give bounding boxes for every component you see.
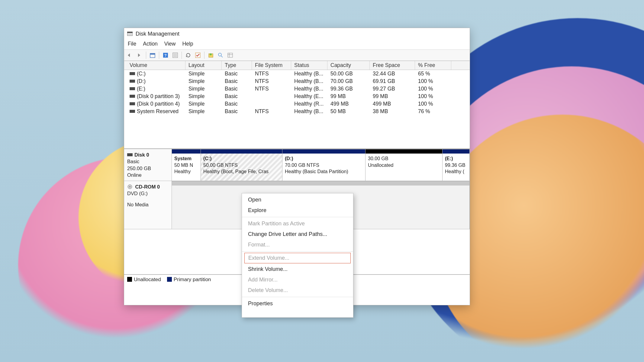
disk-0-info[interactable]: Disk 0 Basic 250.00 GB Online xyxy=(124,149,172,181)
svg-text:?: ? xyxy=(164,53,167,58)
menu-properties[interactable]: Properties xyxy=(242,298,353,309)
menu-shrink-volume[interactable]: Shrink Volume... xyxy=(242,264,353,275)
legend-primary: Primary partition xyxy=(174,277,211,282)
disk-0-row: Disk 0 Basic 250.00 GB Online System 50 … xyxy=(124,149,470,181)
disk-0-partitions: System 50 MB N Healthy (C:) 50.00 GB NTF… xyxy=(172,149,470,181)
partition-d[interactable]: (D:) 70.00 GB NTFS Healthy (Basic Data P… xyxy=(282,149,365,181)
col-percentfree[interactable]: % Free xyxy=(415,61,451,70)
menu-explore[interactable]: Explore xyxy=(242,205,353,216)
search-icon[interactable] xyxy=(217,52,224,59)
partition-e[interactable]: (E:) 99.36 GB Healthy ( xyxy=(443,149,470,181)
svg-line-11 xyxy=(221,56,223,57)
list-icon[interactable] xyxy=(227,52,233,59)
titlebar[interactable]: Disk Management xyxy=(124,28,470,40)
svg-rect-12 xyxy=(228,53,233,57)
col-layout[interactable]: Layout xyxy=(185,61,222,70)
calendar-icon[interactable] xyxy=(149,52,156,59)
cdrom-name: CD-ROM 0 xyxy=(135,184,160,189)
window-title: Disk Management xyxy=(136,31,179,37)
toolbar: ? xyxy=(124,49,470,61)
legend-unallocated: Unallocated xyxy=(134,277,161,282)
partition-unallocated[interactable]: 30.00 GB Unallocated xyxy=(365,149,443,181)
disk-0-state: Online xyxy=(127,172,169,178)
svg-point-10 xyxy=(218,53,221,56)
cdrom-state: No Media xyxy=(127,201,169,208)
volume-row[interactable]: (Disk 0 partition 4)SimpleBasicHealthy (… xyxy=(124,100,470,108)
volume-list: Volume Layout Type File System Status Ca… xyxy=(124,61,470,149)
col-freespace[interactable]: Free Space xyxy=(370,61,415,70)
col-status[interactable]: Status xyxy=(291,61,327,70)
partition-system-reserved[interactable]: System 50 MB N Healthy xyxy=(172,149,201,181)
svg-point-16 xyxy=(129,186,130,187)
volume-list-header[interactable]: Volume Layout Type File System Status Ca… xyxy=(124,61,470,70)
check-icon[interactable] xyxy=(195,52,201,59)
col-volume[interactable]: Volume xyxy=(127,61,185,70)
volume-row[interactable]: (Disk 0 partition 3)SimpleBasicHealthy (… xyxy=(124,93,470,100)
menu-format: Format... xyxy=(242,240,353,250)
new-icon[interactable] xyxy=(208,52,214,59)
volume-row[interactable]: System ReservedSimpleBasicNTFSHealthy (B… xyxy=(124,108,470,115)
volume-row[interactable]: (E:)SimpleBasicNTFSHealthy (B...99.36 GB… xyxy=(124,85,470,93)
disk-0-name: Disk 0 xyxy=(134,152,149,157)
menu-mark-active: Mark Partition as Active xyxy=(242,218,353,229)
menu-extend-volume: Extend Volume... xyxy=(244,253,351,263)
menu-action[interactable]: Action xyxy=(143,41,158,47)
menu-help[interactable]: Help xyxy=(182,41,193,47)
svg-rect-1 xyxy=(150,53,155,55)
context-menu: Open Explore Mark Partition as Active Ch… xyxy=(242,193,353,318)
col-filesystem[interactable]: File System xyxy=(252,61,291,70)
app-icon xyxy=(127,32,133,36)
menu-file[interactable]: File xyxy=(128,41,136,47)
forward-icon[interactable] xyxy=(136,52,143,59)
disk-0-type: Basic xyxy=(127,158,169,165)
menu-change-letter[interactable]: Change Drive Letter and Paths... xyxy=(242,229,353,240)
volume-row[interactable]: (D:)SimpleBasicNTFSHealthy (B...70.00 GB… xyxy=(124,78,470,85)
menu-view[interactable]: View xyxy=(164,41,176,47)
back-icon[interactable] xyxy=(127,52,133,59)
partition-c[interactable]: (C:) 50.00 GB NTFS Healthy (Boot, Page F… xyxy=(201,149,282,181)
details-icon[interactable] xyxy=(172,52,179,59)
volume-row[interactable]: (C:)SimpleBasicNTFSHealthy (B...50.00 GB… xyxy=(124,70,470,78)
disk-0-size: 250.00 GB xyxy=(127,165,169,172)
menu-open[interactable]: Open xyxy=(242,195,353,205)
menu-delete-volume: Delete Volume... xyxy=(242,285,353,296)
cdrom-info[interactable]: CD-ROM 0 DVD (G:) No Media xyxy=(124,181,172,229)
col-type[interactable]: Type xyxy=(222,61,252,70)
help-icon[interactable]: ? xyxy=(162,52,169,59)
cdrom-letter: DVD (G:) xyxy=(127,190,169,197)
menu-add-mirror: Add Mirror... xyxy=(242,275,353,285)
menubar: File Action View Help xyxy=(124,40,470,49)
col-capacity[interactable]: Capacity xyxy=(327,61,370,70)
refresh-icon[interactable] xyxy=(185,52,192,59)
